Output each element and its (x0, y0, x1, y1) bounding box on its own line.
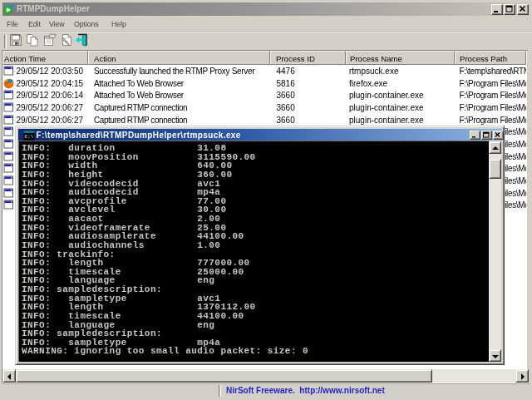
svg-text:C:\: C:\ (25, 134, 34, 140)
